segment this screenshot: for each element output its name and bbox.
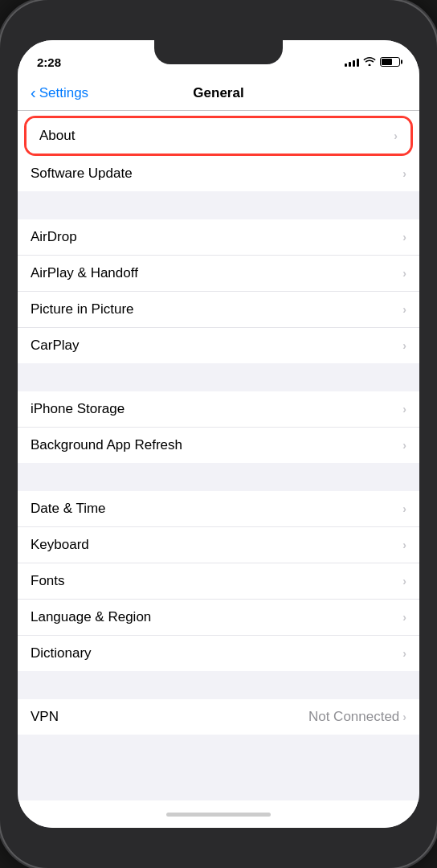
language-region-label: Language & Region bbox=[31, 609, 151, 625]
software-update-label: Software Update bbox=[31, 166, 133, 182]
section-4: Date & Time › Keyboard › Fonts › bbox=[18, 491, 419, 671]
status-icons bbox=[345, 55, 400, 68]
carplay-label: CarPlay bbox=[31, 338, 79, 354]
airdrop-label: AirDrop bbox=[31, 229, 77, 245]
vpn-value: Not Connected bbox=[308, 709, 399, 725]
section-divider-3 bbox=[18, 463, 419, 491]
background-app-refresh-item[interactable]: Background App Refresh › bbox=[18, 428, 419, 463]
about-chevron-icon: › bbox=[394, 129, 398, 142]
vpn-item[interactable]: VPN Not Connected › bbox=[18, 699, 419, 735]
fonts-item[interactable]: Fonts › bbox=[18, 563, 419, 600]
storage-chevron-icon: › bbox=[402, 403, 406, 416]
dictionary-item[interactable]: Dictionary › bbox=[18, 636, 419, 671]
section-2: AirDrop › AirPlay & Handoff › Picture in… bbox=[18, 219, 419, 363]
nav-bar: ‹ Settings General bbox=[18, 76, 419, 111]
iphone-storage-item[interactable]: iPhone Storage › bbox=[18, 391, 419, 428]
home-indicator bbox=[18, 800, 419, 828]
iphone-storage-label: iPhone Storage bbox=[31, 401, 125, 417]
section-divider-1 bbox=[18, 191, 419, 219]
software-update-item[interactable]: Software Update › bbox=[18, 156, 419, 191]
carplay-item[interactable]: CarPlay › bbox=[18, 328, 419, 363]
section-3: iPhone Storage › Background App Refresh … bbox=[18, 391, 419, 463]
back-chevron-icon: ‹ bbox=[31, 84, 36, 100]
section-divider-2 bbox=[18, 363, 419, 391]
airdrop-item[interactable]: AirDrop › bbox=[18, 219, 419, 256]
keyboard-label: Keyboard bbox=[31, 537, 89, 553]
language-region-item[interactable]: Language & Region › bbox=[18, 600, 419, 636]
pip-chevron-icon: › bbox=[402, 303, 406, 316]
notch bbox=[154, 40, 283, 64]
vpn-chevron-icon: › bbox=[402, 710, 406, 723]
battery-icon bbox=[380, 57, 400, 67]
dictionary-chevron-icon: › bbox=[402, 647, 406, 660]
fonts-label: Fonts bbox=[31, 573, 65, 589]
bg-app-chevron-icon: › bbox=[402, 439, 406, 452]
dictionary-label: Dictionary bbox=[31, 645, 92, 661]
phone-frame: 2:28 bbox=[0, 0, 437, 868]
software-update-chevron-icon: › bbox=[402, 167, 406, 180]
about-item[interactable]: About › bbox=[27, 118, 410, 154]
datetime-chevron-icon: › bbox=[402, 502, 406, 515]
airplay-handoff-label: AirPlay & Handoff bbox=[31, 265, 138, 281]
content-area: About › Software Update › bbox=[18, 111, 419, 800]
airdrop-chevron-icon: › bbox=[402, 231, 406, 244]
keyboard-item[interactable]: Keyboard › bbox=[18, 527, 419, 563]
home-bar bbox=[166, 813, 271, 817]
date-time-item[interactable]: Date & Time › bbox=[18, 491, 419, 527]
page-title: General bbox=[193, 85, 243, 101]
picture-in-picture-item[interactable]: Picture in Picture › bbox=[18, 292, 419, 328]
airplay-chevron-icon: › bbox=[402, 267, 406, 280]
section-5: VPN Not Connected › bbox=[18, 699, 419, 735]
about-highlight-border: About › bbox=[24, 116, 413, 156]
airplay-handoff-item[interactable]: AirPlay & Handoff › bbox=[18, 256, 419, 292]
back-label: Settings bbox=[39, 85, 88, 101]
wifi-icon bbox=[363, 55, 376, 68]
vpn-label: VPN bbox=[31, 709, 59, 725]
background-app-refresh-label: Background App Refresh bbox=[31, 437, 182, 453]
carplay-chevron-icon: › bbox=[402, 339, 406, 352]
keyboard-chevron-icon: › bbox=[402, 538, 406, 551]
screen: 2:28 bbox=[18, 40, 419, 828]
language-chevron-icon: › bbox=[402, 611, 406, 624]
fonts-chevron-icon: › bbox=[402, 575, 406, 588]
section-divider-4 bbox=[18, 671, 419, 699]
back-button[interactable]: ‹ Settings bbox=[31, 85, 88, 101]
picture-in-picture-label: Picture in Picture bbox=[31, 301, 134, 317]
section-1: About › Software Update › bbox=[18, 111, 419, 191]
about-label: About bbox=[39, 128, 75, 144]
signal-bars-icon bbox=[345, 57, 359, 67]
status-time: 2:28 bbox=[37, 55, 61, 69]
date-time-label: Date & Time bbox=[31, 501, 106, 517]
